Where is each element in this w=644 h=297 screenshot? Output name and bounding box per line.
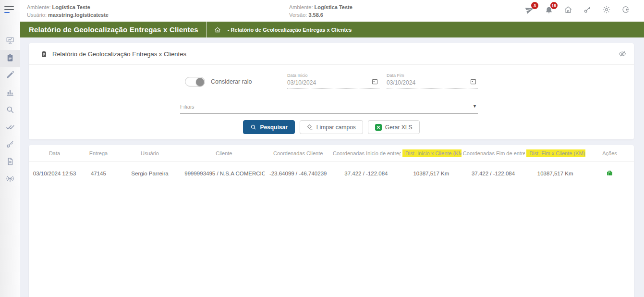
data-inicio-label: Data Inicio bbox=[287, 73, 379, 78]
pencil-icon bbox=[6, 71, 14, 81]
gerar-xls-button[interactable]: Gerar XLS bbox=[368, 120, 420, 134]
content-area: Relatório de Geolocalização Entregas x C… bbox=[20, 37, 644, 297]
sidebar-nav bbox=[0, 33, 20, 188]
clipboard-icon bbox=[40, 50, 48, 58]
column-header: Coordenadas Fim de entrega bbox=[462, 145, 525, 162]
table-cell: 37.422 / -122.084 bbox=[462, 162, 525, 186]
filter-card: Relatório de Geolocalização Entregas x C… bbox=[29, 43, 634, 139]
table-cell: 10387,517 Km bbox=[401, 162, 462, 186]
gear-icon bbox=[602, 5, 611, 14]
pesquisar-label: Pesquisar bbox=[260, 124, 287, 131]
table-cell: -23.64099 / -46.740239 bbox=[265, 162, 331, 186]
ambiente-label: Ambiente: bbox=[289, 4, 313, 10]
settings-button[interactable] bbox=[602, 5, 611, 14]
results-header-row: DataEntregaUsuárioClienteCoordenadas Cli… bbox=[29, 145, 634, 162]
header-actions: 3 18 bbox=[525, 5, 631, 14]
column-header: Usuário bbox=[117, 145, 183, 162]
clipboard-icon bbox=[6, 53, 14, 64]
sidebar-item-search[interactable] bbox=[0, 102, 20, 119]
ambiente-label: Ambiente: bbox=[27, 4, 51, 10]
versao-label: Versão: bbox=[289, 12, 307, 18]
filter-card-header: Relatório de Geolocalização Entregas x C… bbox=[29, 43, 634, 65]
versao-value: 3.58.6 bbox=[308, 12, 323, 18]
home-icon bbox=[564, 5, 572, 14]
sidebar-item-antenna[interactable] bbox=[0, 171, 20, 188]
calendar-icon[interactable] bbox=[371, 78, 378, 87]
ambiente-value: Logística Teste bbox=[315, 4, 352, 10]
home-button[interactable] bbox=[563, 5, 573, 14]
eye-slash-icon bbox=[619, 50, 626, 58]
usuario-label: Usuário: bbox=[27, 12, 47, 18]
search-icon bbox=[250, 124, 256, 130]
key-icon bbox=[6, 140, 14, 150]
excel-icon bbox=[375, 124, 382, 131]
breadcrumb: - Relatório de Geolocalização Entregas x… bbox=[228, 27, 352, 33]
logout-button[interactable] bbox=[621, 5, 631, 14]
column-header: Data bbox=[29, 145, 80, 162]
alerts-badge: 3 bbox=[531, 2, 538, 9]
breadcrumb-home[interactable] bbox=[214, 26, 221, 33]
table-cell: 9999993495 / N.S.A COMERCIO VARE bbox=[183, 162, 265, 186]
limpar-campos-label: Limpar campos bbox=[316, 124, 356, 131]
environment-info-left: Ambiente: Logística Teste Usuário: maxst… bbox=[27, 3, 109, 19]
environment-info-center: Ambiente: Logística Teste Versão: 3.58.6 bbox=[289, 3, 352, 19]
toggle-switch[interactable] bbox=[185, 77, 205, 87]
hamburger-menu-icon[interactable] bbox=[4, 6, 15, 14]
limpar-campos-button[interactable]: Limpar campos bbox=[300, 120, 363, 134]
double-check-icon bbox=[6, 123, 14, 133]
table-cell: Sergio Parreira bbox=[117, 162, 183, 186]
sidebar-item-edit[interactable] bbox=[0, 67, 20, 85]
notifications-badge: 18 bbox=[550, 2, 558, 9]
alerts-button[interactable]: 3 bbox=[525, 5, 535, 14]
filiais-select[interactable]: Filiais ▼ bbox=[180, 102, 478, 114]
chevron-down-icon: ▼ bbox=[473, 104, 477, 109]
notifications-button[interactable]: 18 bbox=[544, 5, 554, 14]
sidebar-item-access[interactable] bbox=[0, 136, 20, 154]
sidebar-item-approvals[interactable] bbox=[0, 119, 20, 136]
key-icon bbox=[583, 5, 592, 14]
table-cell: 47145 bbox=[80, 162, 117, 186]
page-title: Relatório de Geolocalização Entregas x C… bbox=[29, 25, 198, 34]
document-icon bbox=[6, 157, 14, 168]
data-fim-field[interactable]: Data Fim 03/10/2024 bbox=[387, 73, 478, 89]
column-header: Dist. Inicio x Cliente (KM) bbox=[401, 145, 462, 162]
results-tbody: 03/10/2024 12:5347145Sergio Parreira9999… bbox=[29, 162, 634, 186]
top-header: Ambiente: Logística Teste Usuário: maxst… bbox=[20, 0, 644, 22]
table-cell: 37.422 / -122.084 bbox=[331, 162, 401, 186]
briefcase-icon bbox=[606, 169, 613, 177]
presentation-chart-icon bbox=[6, 36, 14, 47]
page-title-bar: Relatório de Geolocalização Entregas x C… bbox=[20, 22, 644, 37]
ambiente-value: Logística Teste bbox=[52, 4, 90, 10]
filiais-label: Filiais bbox=[180, 104, 194, 110]
eraser-icon bbox=[307, 124, 313, 130]
table-cell: 10387,517 Km bbox=[525, 162, 585, 186]
antenna-icon bbox=[6, 174, 14, 185]
results-table: DataEntregaUsuárioClienteCoordenadas Cli… bbox=[29, 145, 634, 185]
filter-actions: Pesquisar Limpar campos Gerar XLS bbox=[29, 120, 634, 134]
sidebar bbox=[0, 0, 20, 297]
row-actions-cell[interactable] bbox=[585, 162, 634, 186]
column-header: Dist. Fim x Cliente (KM) bbox=[525, 145, 585, 162]
sidebar-item-documents[interactable] bbox=[0, 154, 20, 171]
pesquisar-button[interactable]: Pesquisar bbox=[243, 120, 294, 134]
column-header: Coordenadas Cliente bbox=[265, 145, 331, 162]
password-button[interactable] bbox=[583, 5, 592, 14]
data-inicio-field[interactable]: Data Inicio 03/10/2024 bbox=[287, 73, 379, 89]
column-header: Coordenadas Inicio de entrega bbox=[331, 145, 401, 162]
sidebar-item-charts[interactable] bbox=[0, 85, 20, 102]
results-card: DataEntregaUsuárioClienteCoordenadas Cli… bbox=[29, 145, 634, 297]
gerar-xls-label: Gerar XLS bbox=[385, 124, 413, 131]
data-inicio-value: 03/10/2024 bbox=[287, 79, 379, 86]
logout-icon bbox=[621, 5, 630, 14]
bar-chart-icon bbox=[6, 88, 14, 99]
sidebar-item-reports[interactable] bbox=[0, 50, 20, 67]
considerar-raio-toggle[interactable]: Considerar raio bbox=[185, 77, 252, 87]
calendar-icon[interactable] bbox=[470, 78, 477, 87]
filter-card-title: Relatório de Geolocalização Entregas x C… bbox=[52, 50, 186, 58]
sidebar-item-dashboard[interactable] bbox=[0, 33, 20, 50]
column-header: Ações bbox=[585, 145, 634, 162]
home-icon bbox=[214, 26, 221, 33]
app-window: Ambiente: Logística Teste Usuário: maxst… bbox=[0, 0, 644, 297]
hide-panel-button[interactable] bbox=[619, 50, 626, 58]
data-fim-label: Data Fim bbox=[387, 73, 478, 78]
